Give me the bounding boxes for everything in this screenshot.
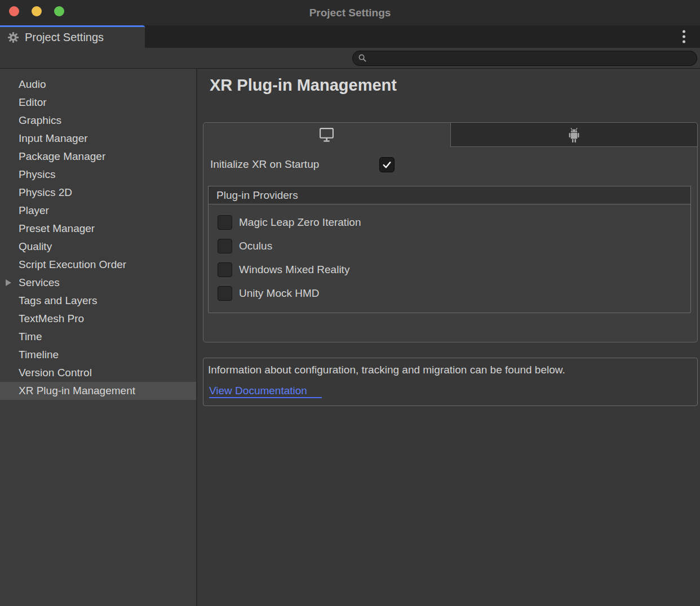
sidebar-item-label: XR Plug-in Management [19, 385, 135, 396]
sidebar-item-package-manager[interactable]: Package Manager [0, 148, 196, 166]
sidebar-item-label: Script Execution Order [19, 259, 126, 270]
provider-checkbox[interactable] [218, 262, 232, 277]
xr-settings-panel: Initialize XR on Startup Plug-in Provide… [203, 122, 698, 342]
provider-label: Unity Mock HMD [239, 287, 320, 300]
search-box[interactable] [352, 51, 697, 66]
info-text: Information about configuration, trackin… [208, 364, 692, 376]
traffic-lights [9, 6, 64, 16]
sidebar-item-label: Tags and Layers [19, 295, 97, 306]
sidebar-item-services[interactable]: Services [0, 274, 196, 292]
sidebar-item-quality[interactable]: Quality [0, 238, 196, 256]
plugin-providers-header: Plug-in Providers [208, 186, 691, 204]
sidebar: Audio Editor Graphics Input Manager Pack… [0, 69, 197, 606]
sidebar-item-input-manager[interactable]: Input Manager [0, 130, 196, 148]
sidebar-item-label: Services [19, 277, 60, 288]
search-input[interactable] [370, 52, 692, 64]
more-vertical-icon[interactable] [680, 28, 688, 46]
sidebar-item-textmesh-pro[interactable]: TextMesh Pro [0, 310, 196, 328]
sidebar-item-preset-manager[interactable]: Preset Manager [0, 220, 196, 238]
sidebar-item-label: Player [19, 204, 49, 216]
android-icon [567, 127, 581, 143]
view-documentation-link[interactable]: View Documentation [209, 385, 322, 398]
monitor-icon [319, 127, 334, 143]
sidebar-item-physics[interactable]: Physics [0, 166, 196, 184]
sidebar-item-label: Time [19, 331, 42, 342]
provider-label: Oculus [239, 240, 272, 252]
app-body: Audio Editor Graphics Input Manager Pack… [0, 69, 700, 606]
provider-row: Oculus [218, 234, 690, 258]
sidebar-item-graphics[interactable]: Graphics [0, 112, 196, 130]
zoom-button[interactable] [54, 6, 64, 16]
provider-label: Windows Mixed Reality [239, 264, 349, 276]
sidebar-item-audio[interactable]: Audio [0, 75, 196, 93]
sidebar-item-tags-and-layers[interactable]: Tags and Layers [0, 292, 196, 310]
sidebar-item-label: TextMesh Pro [19, 313, 84, 324]
platform-tabs [203, 123, 697, 147]
search-icon [358, 54, 367, 63]
toolbar [0, 48, 700, 69]
page-title: XR Plug-in Management [210, 76, 698, 95]
sidebar-item-label: Editor [19, 96, 47, 108]
sidebar-item-label: Audio [19, 78, 46, 90]
sidebar-item-label: Physics 2D [19, 186, 72, 198]
panel-body: Initialize XR on Startup Plug-in Provide… [203, 147, 697, 342]
platform-tab-android[interactable] [450, 123, 698, 147]
sidebar-item-label: Version Control [19, 367, 92, 378]
sidebar-item-version-control[interactable]: Version Control [0, 364, 196, 382]
provider-label: Magic Leap Zero Iteration [239, 216, 361, 229]
provider-checkbox[interactable] [218, 215, 232, 230]
sidebar-item-label: Quality [19, 240, 52, 252]
provider-row: Windows Mixed Reality [218, 258, 690, 282]
checkmark-icon [382, 159, 392, 170]
provider-row: Unity Mock HMD [218, 282, 690, 305]
sidebar-item-script-execution-order[interactable]: Script Execution Order [0, 256, 196, 274]
plugin-providers-list: Magic Leap Zero Iteration Oculus Windows… [208, 204, 691, 313]
provider-checkbox[interactable] [218, 239, 232, 253]
sidebar-item-timeline[interactable]: Timeline [0, 346, 196, 364]
sidebar-item-xr-plug-in-management[interactable]: XR Plug-in Management [0, 382, 196, 400]
info-box: Information about configuration, trackin… [203, 358, 698, 406]
tab-label: Project Settings [25, 31, 104, 44]
provider-row: Magic Leap Zero Iteration [218, 211, 690, 234]
sidebar-item-editor[interactable]: Editor [0, 93, 196, 112]
sidebar-item-player[interactable]: Player [0, 202, 196, 220]
initialize-xr-checkbox[interactable] [379, 157, 395, 172]
tab-project-settings[interactable]: Project Settings [0, 25, 145, 48]
sidebar-item-label: Graphics [19, 114, 61, 126]
sidebar-item-label: Preset Manager [19, 222, 95, 234]
initialize-xr-label: Initialize XR on Startup [210, 158, 379, 171]
main-panel: XR Plug-in Management [197, 69, 700, 606]
close-button[interactable] [9, 6, 19, 16]
sidebar-item-label: Input Manager [19, 132, 88, 144]
initialize-xr-row: Initialize XR on Startup [210, 157, 692, 172]
gear-icon [7, 31, 20, 44]
platform-tab-desktop[interactable] [203, 123, 450, 147]
sidebar-item-label: Package Manager [19, 150, 105, 162]
sidebar-item-label: Timeline [19, 349, 59, 360]
sidebar-item-physics-2d[interactable]: Physics 2D [0, 184, 196, 202]
minimize-button[interactable] [32, 6, 42, 16]
window-title: Project Settings [309, 7, 391, 19]
sidebar-item-time[interactable]: Time [0, 328, 196, 346]
sidebar-item-label: Physics [19, 168, 55, 180]
titlebar: Project Settings [0, 0, 700, 25]
editor-tabbar: Project Settings [0, 25, 700, 48]
provider-checkbox[interactable] [218, 286, 232, 301]
